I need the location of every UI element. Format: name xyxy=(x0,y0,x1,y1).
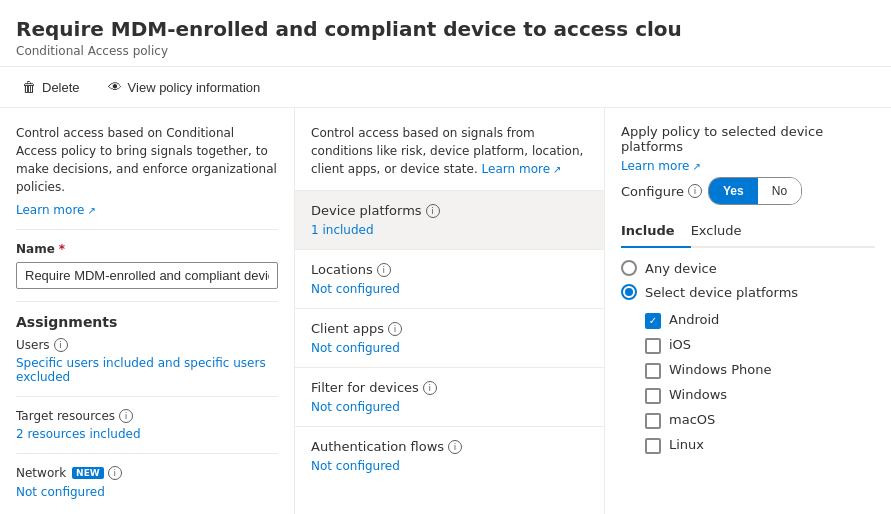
toggle-no[interactable]: No xyxy=(758,178,801,204)
conditions-authentication-flows[interactable]: Authentication flows i Not configured xyxy=(295,426,604,485)
linux-checkbox xyxy=(645,438,661,454)
radio-any-device[interactable]: Any device xyxy=(621,260,875,276)
right-panel-title: Apply policy to selected device platform… xyxy=(621,124,875,154)
select-platforms-radio-indicator xyxy=(621,284,637,300)
target-resources-label: Target resources i xyxy=(16,409,278,423)
left-panel-description: Control access based on Conditional Acce… xyxy=(16,124,278,196)
checkbox-macos[interactable]: macOS xyxy=(645,412,875,429)
left-panel-learn-more[interactable]: Learn more ↗ xyxy=(16,203,96,217)
conditions-client-apps[interactable]: Client apps i Not configured xyxy=(295,308,604,367)
android-checkbox xyxy=(645,313,661,329)
network-value: Not configured xyxy=(16,485,105,499)
name-label: Name * xyxy=(16,242,278,256)
page-header: Require MDM-enrolled and compliant devic… xyxy=(0,0,891,67)
device-platforms-value: 1 included xyxy=(311,223,374,237)
ios-checkbox xyxy=(645,338,661,354)
conditions-locations[interactable]: Locations i Not configured xyxy=(295,249,604,308)
target-resources-info-icon[interactable]: i xyxy=(119,409,133,423)
auth-flows-value: Not configured xyxy=(311,459,400,473)
client-apps-info-icon[interactable]: i xyxy=(388,322,402,336)
eye-icon: 👁 xyxy=(108,79,122,95)
radio-select-device-platforms[interactable]: Select device platforms xyxy=(621,284,875,300)
configure-row: Configure i Yes No xyxy=(621,177,875,205)
users-info-icon[interactable]: i xyxy=(54,338,68,352)
divider-1 xyxy=(16,229,278,230)
users-label: Users i xyxy=(16,338,278,352)
divider-2 xyxy=(16,301,278,302)
filter-devices-value: Not configured xyxy=(311,400,400,414)
any-device-radio-indicator xyxy=(621,260,637,276)
network-label: Network NEW i xyxy=(16,466,278,480)
assignments-title: Assignments xyxy=(16,314,278,330)
locations-info-icon[interactable]: i xyxy=(377,263,391,277)
toolbar: 🗑 Delete 👁 View policy information xyxy=(0,67,891,108)
macos-checkbox xyxy=(645,413,661,429)
tab-exclude[interactable]: Exclude xyxy=(691,217,758,248)
checkbox-ios[interactable]: iOS xyxy=(645,337,875,354)
delete-button[interactable]: 🗑 Delete xyxy=(16,75,86,99)
configure-label: Configure i xyxy=(621,184,702,199)
auth-flows-info-icon[interactable]: i xyxy=(448,440,462,454)
client-apps-value: Not configured xyxy=(311,341,400,355)
platforms-checkbox-group: Android iOS Windows Phone Windows macOS xyxy=(645,312,875,454)
divider-3 xyxy=(16,396,278,397)
configure-info-icon[interactable]: i xyxy=(688,184,702,198)
view-policy-button[interactable]: 👁 View policy information xyxy=(102,75,267,99)
checkbox-windows-phone[interactable]: Windows Phone xyxy=(645,362,875,379)
delete-icon: 🗑 xyxy=(22,79,36,95)
network-info-icon[interactable]: i xyxy=(108,466,122,480)
page-title: Require MDM-enrolled and compliant devic… xyxy=(16,16,875,42)
left-panel: Control access based on Conditional Acce… xyxy=(0,108,295,514)
users-value[interactable]: Specific users included and specific use… xyxy=(16,356,278,384)
locations-value: Not configured xyxy=(311,282,400,296)
external-link-icon: ↗ xyxy=(87,205,95,216)
checkbox-windows[interactable]: Windows xyxy=(645,387,875,404)
device-platforms-info-icon[interactable]: i xyxy=(426,204,440,218)
middle-panel-learn-more[interactable]: Learn more ↗ xyxy=(482,160,562,178)
tab-include[interactable]: Include xyxy=(621,217,691,248)
middle-ext-link-icon: ↗ xyxy=(553,162,561,177)
middle-panel-description: Control access based on signals from con… xyxy=(295,108,604,190)
filter-devices-info-icon[interactable]: i xyxy=(423,381,437,395)
right-panel-learn-more[interactable]: Learn more ↗ xyxy=(621,159,701,173)
middle-panel: Control access based on signals from con… xyxy=(295,108,605,514)
conditions-filter-for-devices[interactable]: Filter for devices i Not configured xyxy=(295,367,604,426)
windows-checkbox xyxy=(645,388,661,404)
right-panel: Apply policy to selected device platform… xyxy=(605,108,891,514)
toggle-yes[interactable]: Yes xyxy=(709,178,758,204)
checkbox-android[interactable]: Android xyxy=(645,312,875,329)
right-ext-link-icon: ↗ xyxy=(692,161,700,172)
network-new-badge: NEW xyxy=(72,467,104,479)
radio-group: Any device Select device platforms xyxy=(621,260,875,300)
page-subtitle: Conditional Access policy xyxy=(16,44,875,58)
checkbox-linux[interactable]: Linux xyxy=(645,437,875,454)
name-input[interactable] xyxy=(16,262,278,289)
conditions-device-platforms[interactable]: Device platforms i 1 included xyxy=(295,190,604,249)
divider-4 xyxy=(16,453,278,454)
target-resources-value[interactable]: 2 resources included xyxy=(16,427,278,441)
tabs-row: Include Exclude xyxy=(621,217,875,248)
windows-phone-checkbox xyxy=(645,363,661,379)
main-content: Control access based on Conditional Acce… xyxy=(0,108,891,514)
configure-toggle[interactable]: Yes No xyxy=(708,177,802,205)
